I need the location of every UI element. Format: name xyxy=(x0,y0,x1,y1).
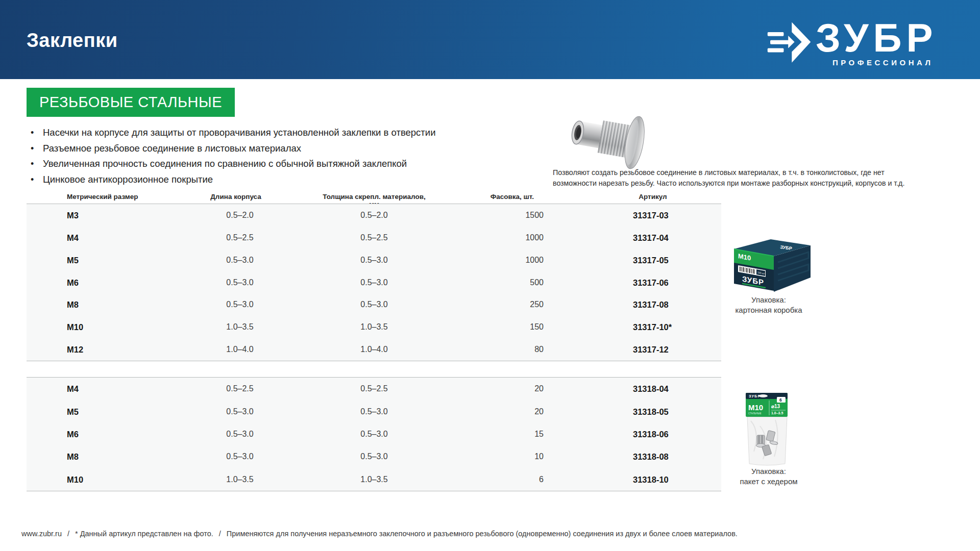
table-row: M101.0–3.51.0–3.5631318-10 xyxy=(27,468,721,491)
table-row: M40.5–2.50.5–2.52031318-04 xyxy=(27,378,721,400)
cell-thickness: 1.0–3.5 xyxy=(320,322,429,332)
cell-thickness: 0.5–3.0 xyxy=(320,278,429,287)
col-header-pack-qty: Фасовка, шт. xyxy=(468,193,534,201)
section-badge: РЕЗЬБОВЫЕ СТАЛЬНЫЕ xyxy=(27,88,235,117)
table-group-carton: M30.5–2.00.5–2.0150031317-03M40.5–2.50.5… xyxy=(27,204,721,361)
cell-article: 31317-08 xyxy=(633,300,669,310)
carton-box-photo: ЗУБР M10 150 шт ЗУБР xyxy=(733,238,812,293)
cell-qty: 20 xyxy=(475,384,544,393)
header-bag-photo: ЗУБР 6 M10 СТАЛЬНЫЕ ⌀13 1.0–3.5 xyxy=(745,390,790,467)
col-header-body-length: Длина корпуса xyxy=(195,193,277,201)
cell-article: 31317-12 xyxy=(633,345,669,355)
cell-article: 31318-08 xyxy=(633,452,669,462)
bag-qty-badge: 6 xyxy=(779,397,782,403)
cell-length: 0.5–3.0 xyxy=(199,256,281,265)
footer-separator: / xyxy=(219,530,221,538)
cell-size: M6 xyxy=(67,430,79,439)
cell-thickness: 0.5–3.0 xyxy=(320,452,429,461)
cell-article: 31317-06 xyxy=(633,278,669,287)
cell-size: M8 xyxy=(67,452,79,462)
product-description: Позволяют создать резьбовое соединение в… xyxy=(553,167,922,188)
cell-qty: 6 xyxy=(475,475,544,484)
bag-caption: Упаковка: пакет с хедером xyxy=(714,466,824,486)
section-badge-label: РЕЗЬБОВЫЕ СТАЛЬНЫЕ xyxy=(39,94,222,111)
table-row: M101.0–3.51.0–3.515031317-10* xyxy=(27,316,721,338)
footer-note-asterisk: * Данный артикул представлен на фото. xyxy=(75,530,213,538)
cell-size: M6 xyxy=(67,278,79,287)
cell-length: 0.5–3.0 xyxy=(199,407,281,416)
cell-thickness: 0.5–3.0 xyxy=(320,300,429,309)
table-group-bag: M40.5–2.50.5–2.52031318-04M50.5–3.00.5–3… xyxy=(27,377,721,491)
zubr-logo-icon xyxy=(766,20,813,65)
table-row: M121.0–4.01.0–4.08031317-12 xyxy=(27,338,721,361)
table-row: M30.5–2.00.5–2.0150031317-03 xyxy=(27,204,721,227)
cell-article: 31318-04 xyxy=(633,384,669,394)
cell-length: 0.5–2.5 xyxy=(199,384,281,393)
cell-size: M5 xyxy=(67,407,79,416)
cell-length: 0.5–2.0 xyxy=(199,211,281,220)
table-row: M40.5–2.50.5–2.5100031317-04 xyxy=(27,227,721,249)
cell-thickness: 0.5–3.0 xyxy=(320,407,429,416)
table-row: M60.5–3.00.5–3.01531318-06 xyxy=(27,423,721,445)
catalog-page: Заклепки ЗУБР ПРОФЕССИОНАЛ РЕЗЬБОВЫЕ СТА… xyxy=(0,0,980,551)
box-caption-line2: картонная коробка xyxy=(714,305,824,315)
cell-length: 0.5–3.0 xyxy=(199,452,281,461)
cell-qty: 250 xyxy=(475,300,544,309)
bag-sublabel: СТАЛЬНЫЕ xyxy=(748,412,761,415)
cell-article: 31318-10 xyxy=(633,474,669,484)
page-footer: www.zubr.ru/* Данный артикул представлен… xyxy=(21,530,940,538)
rivet-nut-photo xyxy=(567,106,653,170)
cell-qty: 1000 xyxy=(475,256,544,265)
feature-item: Разъемное резьбовое соединение в листовы… xyxy=(30,141,435,157)
cell-article: 31317-03 xyxy=(633,210,669,220)
feature-item: Увеличенная прочность соединения по срав… xyxy=(30,156,435,172)
cell-article: 31318-06 xyxy=(633,430,669,439)
cell-length: 0.5–2.5 xyxy=(199,233,281,242)
feature-item: Цинковое антикоррозионное покрытие xyxy=(30,172,435,188)
brand-wordmark: ЗУБР xyxy=(816,17,938,58)
cell-qty: 20 xyxy=(475,407,544,416)
bag-caption-line1: Упаковка: xyxy=(714,466,824,477)
cell-qty: 500 xyxy=(475,278,544,287)
feature-list: Насечки на корпусе для защиты от провора… xyxy=(30,125,435,187)
brand-logo: ЗУБР ПРОФЕССИОНАЛ xyxy=(766,17,938,67)
brand-text-block: ЗУБР ПРОФЕССИОНАЛ xyxy=(816,17,938,67)
cell-size: M12 xyxy=(67,345,83,355)
cell-thickness: 0.5–2.5 xyxy=(320,384,429,393)
bag-caption-line2: пакет с хедером xyxy=(714,477,824,487)
cell-thickness: 0.5–3.0 xyxy=(320,430,429,439)
footer-separator: / xyxy=(67,530,69,538)
site-link[interactable]: www.zubr.ru xyxy=(21,530,62,538)
bag-diameter: ⌀13 xyxy=(771,404,780,409)
cell-length: 1.0–3.5 xyxy=(199,322,281,332)
cell-length: 1.0–4.0 xyxy=(199,345,281,354)
cell-article: 31317-10* xyxy=(633,322,672,332)
feature-item: Насечки на корпусе для защиты от провора… xyxy=(30,125,435,141)
cell-length: 0.5–3.0 xyxy=(199,300,281,309)
cell-size: M3 xyxy=(67,210,79,220)
cell-article: 31318-05 xyxy=(633,407,669,416)
cell-size: M8 xyxy=(67,300,79,310)
table-row: M50.5–3.00.5–3.02031318-05 xyxy=(27,400,721,422)
cell-length: 0.5–3.0 xyxy=(199,430,281,439)
col-header-article: Артикул xyxy=(631,193,675,201)
cell-thickness: 0.5–3.0 xyxy=(320,256,429,265)
cell-thickness: 1.0–4.0 xyxy=(320,345,429,354)
col-header-metric-size: Метрический размер xyxy=(67,193,138,201)
cell-size: M5 xyxy=(67,255,79,265)
footer-note-usage: Применяются для получения неразъемного з… xyxy=(227,530,738,538)
box-caption: Упаковка: картонная коробка xyxy=(714,295,824,315)
table-row: M60.5–3.00.5–3.050031317-06 xyxy=(27,271,721,294)
cell-size: M10 xyxy=(67,322,83,332)
bag-range: 1.0–3.5 xyxy=(771,411,783,415)
page-title: Заклепки xyxy=(27,30,118,52)
cell-qty: 10 xyxy=(475,452,544,461)
cell-size: M4 xyxy=(67,233,79,242)
header-banner: Заклепки ЗУБР ПРОФЕССИОНАЛ xyxy=(0,0,980,79)
cell-thickness: 0.5–2.0 xyxy=(320,211,429,220)
box-caption-line1: Упаковка: xyxy=(714,295,824,305)
cell-qty: 1000 xyxy=(475,233,544,242)
cell-qty: 15 xyxy=(475,430,544,439)
cell-thickness: 0.5–2.5 xyxy=(320,233,429,242)
table-row: M80.5–3.00.5–3.025031317-08 xyxy=(27,293,721,316)
